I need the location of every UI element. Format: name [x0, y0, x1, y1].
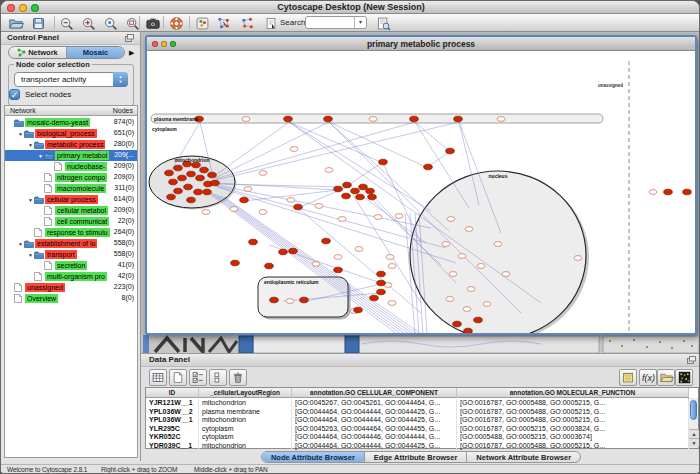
tree-expand-icon[interactable]: ▼	[17, 131, 24, 137]
network-window[interactable]: primary metabolic process plasma membran…	[145, 35, 697, 335]
network-node[interactable]	[231, 260, 240, 266]
notes-button[interactable]	[619, 369, 637, 386]
network-node[interactable]	[200, 167, 209, 173]
network-node[interactable]	[359, 184, 368, 190]
network-node[interactable]	[192, 162, 201, 168]
tree-row[interactable]: macromolecule311(0)	[5, 183, 137, 194]
scroll-up-icon[interactable]: ▲	[689, 429, 699, 438]
vizmapper-icon[interactable]	[194, 15, 211, 31]
network-node[interactable]	[343, 182, 352, 188]
network-node[interactable]	[683, 189, 692, 195]
network-node[interactable]	[354, 307, 363, 313]
table-cell[interactable]: [GO:0016787, GO:0005488, GO:0005215, G..…	[457, 416, 689, 425]
color-attribute-dropdown[interactable]: transporter activity ▲▼	[14, 72, 128, 87]
network-node[interactable]	[334, 186, 343, 192]
tree-expand-icon[interactable]: ▼	[27, 252, 34, 258]
network-canvas[interactable]: plasma membranecytoplasmmitochondrionnuc…	[147, 51, 695, 333]
network-node-outlined[interactable]	[463, 307, 471, 312]
network-node-outlined[interactable]	[286, 299, 294, 304]
network-node-outlined[interactable]	[477, 264, 485, 269]
network-node[interactable]	[289, 248, 298, 254]
tree-row[interactable]: response to stimulu264(0)	[5, 227, 137, 238]
network-node-outlined[interactable]	[458, 254, 466, 259]
table-cell[interactable]: mitochondrion	[199, 399, 292, 408]
table-cell[interactable]: [GO:0044464, GO:0044444, GO:0044425, G..…	[292, 408, 457, 417]
network-node-outlined[interactable]	[312, 262, 320, 267]
network-node[interactable]	[184, 184, 193, 190]
tree-row[interactable]: multi-organism pro42(0)	[5, 271, 137, 282]
help-ring-icon[interactable]	[168, 15, 185, 31]
network-node[interactable]	[366, 188, 375, 194]
network-node[interactable]	[194, 189, 203, 195]
network-node-outlined[interactable]	[369, 117, 377, 122]
save-session-icon[interactable]	[30, 15, 47, 31]
scroll-down-icon[interactable]: ▼	[689, 438, 699, 447]
network-node-outlined[interactable]	[355, 247, 363, 252]
network-node[interactable]	[356, 194, 365, 200]
tab-mosaic[interactable]: Mosaic	[66, 47, 124, 58]
import-attributes-button[interactable]	[657, 369, 675, 386]
network-node[interactable]	[454, 116, 463, 122]
tree-row[interactable]: ▼primary metabol209(...	[5, 150, 137, 161]
network-node-outlined[interactable]	[242, 117, 250, 122]
network-node[interactable]	[174, 165, 183, 171]
network-node[interactable]	[265, 263, 274, 269]
network-node-outlined[interactable]	[494, 242, 502, 247]
network-node-outlined[interactable]	[502, 272, 510, 277]
float-panel-icon[interactable]	[125, 34, 134, 42]
network-window-titlebar[interactable]: primary metabolic process	[147, 37, 695, 51]
table-cell[interactable]: cytoplasm	[199, 433, 292, 442]
zoom-selected-icon[interactable]	[102, 15, 119, 31]
tree-row[interactable]: Overview8(0)	[5, 293, 137, 304]
network-node[interactable]	[300, 297, 309, 303]
network-node[interactable]	[187, 197, 196, 203]
zoom-out-icon[interactable]	[58, 15, 75, 31]
network-node-outlined[interactable]	[467, 287, 475, 292]
network-node[interactable]	[410, 116, 419, 122]
network-node-outlined[interactable]	[315, 204, 323, 209]
network-node[interactable]	[211, 180, 220, 186]
table-cell[interactable]: plasma membrane	[199, 408, 292, 417]
table-cell[interactable]: YPL036W__2	[146, 408, 199, 417]
network-node[interactable]	[368, 194, 377, 200]
table-cell[interactable]: YJR121W__1	[146, 399, 199, 408]
network-node[interactable]	[377, 280, 386, 286]
network-node[interactable]	[208, 172, 217, 178]
network-node[interactable]	[324, 116, 333, 122]
network-node[interactable]	[279, 249, 288, 255]
network-node[interactable]	[284, 116, 293, 122]
tabs-overflow-arrow-icon[interactable]: ▶	[129, 49, 134, 57]
table-column-header[interactable]: annotation.GO CELLULAR_COMPONENT	[292, 388, 457, 398]
table-cell[interactable]: mitochondrion	[199, 416, 292, 425]
network-node-outlined[interactable]	[449, 272, 457, 277]
network-node[interactable]	[270, 297, 279, 303]
table-cell[interactable]: YPL036W__1	[146, 416, 199, 425]
network-node-outlined[interactable]	[230, 207, 238, 212]
tree-expand-icon[interactable]: ▼	[27, 142, 34, 148]
network-node[interactable]	[187, 171, 196, 177]
tree-row[interactable]: nitrogen compo209(0)	[5, 172, 137, 183]
network-node-outlined[interactable]	[374, 215, 382, 220]
network-node[interactable]	[370, 295, 379, 301]
table-cell[interactable]: cytoplasm	[199, 425, 292, 434]
select-attributes-button[interactable]	[189, 369, 207, 386]
tree-row[interactable]: cellular metabol209(0)	[5, 205, 137, 216]
network-node-outlined[interactable]	[290, 147, 298, 152]
table-scrollbar[interactable]: ▲ ▼	[688, 398, 698, 448]
network-node[interactable]	[664, 189, 673, 195]
table-cell[interactable]: YLR295C	[146, 425, 199, 434]
network-node-outlined[interactable]	[244, 187, 252, 192]
tree-expand-icon[interactable]: ▼	[17, 241, 24, 247]
network-node-outlined[interactable]	[287, 198, 295, 203]
network-node[interactable]	[169, 179, 178, 185]
delete-attribute-button[interactable]	[229, 369, 247, 386]
open-file-icon[interactable]	[7, 15, 24, 31]
tab-node-attribute-browser[interactable]: Node Attribute Browser	[262, 452, 364, 462]
scrollbar-thumb[interactable]	[690, 400, 697, 420]
network-node-outlined[interactable]	[483, 302, 491, 307]
tree-row[interactable]: ▼transport558(0)	[5, 249, 137, 260]
tab-network[interactable]: Network	[9, 47, 66, 58]
table-cell[interactable]: [GO:0044464, GO:0044446, GO:0044444, G..…	[292, 433, 457, 442]
network-node-outlined[interactable]	[388, 264, 396, 269]
network-node[interactable]	[334, 267, 343, 273]
